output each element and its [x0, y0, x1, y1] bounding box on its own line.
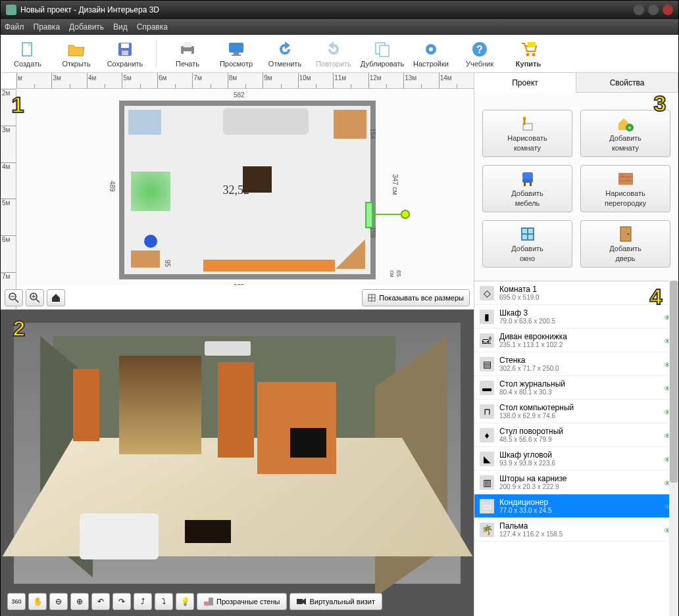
wall-icon — [204, 598, 213, 605]
obj-name: Пальма — [499, 521, 659, 531]
menu-help[interactable]: Справка — [137, 22, 168, 32]
menu-edit[interactable]: Правка — [34, 22, 61, 32]
minimize-button[interactable] — [634, 5, 644, 15]
obj-name: Стул поворотный — [499, 427, 659, 436]
ruler-tick: 10м — [298, 73, 333, 88]
open-button[interactable]: Открыть — [56, 40, 97, 68]
furn-palm[interactable] — [131, 172, 170, 211]
list-item[interactable]: 🌴Пальма127.4 x 116.2 x 158.5👁 — [474, 518, 678, 542]
obj-icon: 🛋 — [480, 333, 494, 348]
list-item[interactable]: ♦Стул поворотный48.5 x 56.6 x 79.9👁 — [474, 423, 678, 447]
show-dims-button[interactable]: Показывать все размеры — [362, 289, 470, 306]
rot-right-button[interactable]: ↷ — [113, 593, 131, 610]
virtual-visit-button[interactable]: Виртуальный визит — [289, 593, 382, 610]
obj-name: Стол компьютерный — [499, 403, 659, 412]
room-outline[interactable]: 32,52 — [119, 101, 376, 279]
action-label2: мебель — [515, 199, 540, 207]
help-button[interactable]: ?Учебник — [459, 40, 500, 68]
home-button[interactable] — [47, 289, 65, 306]
rotate-handle[interactable] — [401, 210, 410, 219]
action-add-room[interactable]: +Добавитькомнату — [580, 110, 670, 157]
action-door[interactable]: Добавитьдверь — [580, 220, 670, 268]
settings-button[interactable]: Настройки — [411, 40, 451, 68]
zoom-out-button[interactable] — [5, 289, 23, 306]
view-3d[interactable]: 2 — [1, 310, 474, 616]
svg-line-20 — [15, 299, 18, 302]
buy-button[interactable]: Купить — [508, 40, 549, 68]
tilt-up-button[interactable]: ⤴ — [134, 593, 152, 610]
obj-icon: 🌴 — [480, 523, 494, 537]
dim-segD: 95 — [164, 260, 171, 267]
action-draw-room[interactable]: Нарисоватькомнату — [482, 110, 572, 157]
list-item[interactable]: ▬Стол журнальный80.4 x 80.1 x 30.3👁 — [474, 376, 678, 400]
tilt-down-button[interactable]: ⤵ — [155, 593, 173, 610]
scrollbar[interactable] — [669, 281, 678, 616]
transparent-walls-button[interactable]: Прозрачные стены — [197, 593, 287, 610]
svg-point-17 — [532, 53, 536, 56]
canvas-2d[interactable]: 32,52 — [16, 89, 474, 285]
pan-button[interactable]: ✋ — [28, 593, 47, 610]
obj-name: Стенка — [499, 356, 659, 365]
list-item[interactable]: ◣Шкаф угловой93.9 x 93.8 x 223.6👁 — [474, 447, 678, 471]
furn-wallunit[interactable] — [203, 260, 335, 272]
print-button[interactable]: Печать — [167, 40, 208, 68]
maximize-button[interactable] — [648, 5, 659, 15]
furn-table[interactable] — [243, 166, 272, 193]
new-button[interactable]: Создать — [7, 40, 48, 68]
save-button[interactable]: Сохранить — [105, 40, 145, 68]
scroll-thumb[interactable] — [670, 281, 678, 483]
light-button[interactable]: 💡 — [176, 593, 194, 610]
rotate360-button[interactable]: 360 — [7, 593, 26, 610]
badge-4: 4 — [643, 283, 669, 310]
list-item[interactable]: ⊓Стол компьютерный138.0 x 62.9 x 74.6👁 — [474, 400, 678, 423]
draw-room-icon — [518, 115, 537, 132]
furn-corner[interactable] — [336, 239, 365, 269]
menu-add[interactable]: Добавить — [69, 22, 104, 32]
action-window[interactable]: Добавитьокно — [482, 220, 572, 268]
undo-button[interactable]: Отменить — [264, 40, 305, 68]
zoom-out-3d-button[interactable]: ⊖ — [49, 593, 68, 610]
plan-2d-area[interactable]: м3м4м5м6м7м8м9м10м11м12м13м14м 2м3м4м5м6… — [1, 73, 474, 310]
furn-wardrobe[interactable] — [128, 110, 161, 135]
list-item[interactable]: ▭Кондиционер77.0 x 33.0 x 24.5👁 — [474, 494, 678, 518]
dup-button[interactable]: Дублировать — [362, 40, 403, 68]
obj-info: Стул поворотный48.5 x 56.6 x 79.9 — [499, 427, 659, 443]
svg-point-48 — [627, 233, 629, 235]
tab-properties[interactable]: Свойства — [576, 73, 678, 92]
controls-3d: 360 ✋ ⊖ ⊕ ↶ ↷ ⤴ ⤵ 💡 Прозрачные стены — [7, 593, 382, 610]
furn-ac-selected[interactable] — [365, 202, 373, 228]
redo-button[interactable]: Повторить — [313, 40, 354, 68]
action-label2: комнату — [514, 144, 541, 152]
obj-name: Диван еврокнижка — [499, 332, 659, 341]
help-icon: ? — [470, 40, 490, 59]
rot-left-button[interactable]: ↶ — [91, 593, 110, 610]
action-wall[interactable]: Нарисоватьперегородку — [580, 165, 670, 212]
menu-file[interactable]: Файл — [5, 22, 24, 32]
action-chair[interactable]: Добавитьмебель — [482, 165, 572, 212]
furn-sofa[interactable] — [223, 108, 309, 135]
preview-button[interactable]: Просмотр — [216, 40, 257, 68]
obj-name: Шторы на карнизе — [499, 474, 659, 483]
dim-segB: 159 — [369, 227, 376, 238]
furn-wardrobe2[interactable] — [334, 110, 366, 139]
close-button[interactable] — [663, 5, 673, 15]
list-item[interactable]: ▥Шторы на карнизе200.9 x 20.3 x 222.9👁 — [474, 471, 678, 494]
obj-name: Кондиционер — [499, 498, 659, 507]
object-list[interactable]: ◇Комната 1695.0 x 519.0▮Шкаф 379.0 x 63.… — [474, 281, 678, 616]
furn-chair[interactable] — [144, 235, 157, 248]
zoom-in-3d-button[interactable]: ⊕ — [70, 593, 89, 610]
obj-icon: ◇ — [480, 286, 494, 300]
furn-desk[interactable] — [131, 250, 160, 268]
add-room-icon: + — [616, 115, 635, 132]
ruler-vertical: 2м3м4м5м6м7м — [1, 89, 16, 309]
list-item[interactable]: 🛋Диван еврокнижка235.1 x 113.1 x 102.2👁 — [474, 329, 678, 352]
ruler-horizontal: м3м4м5м6м7м8м9м10м11м12м13м14м — [16, 73, 474, 89]
scene-3d[interactable] — [14, 323, 461, 584]
svg-rect-30 — [209, 598, 213, 605]
menu-view[interactable]: Вид — [113, 22, 128, 32]
tab-project[interactable]: Проект — [474, 73, 576, 93]
svg-point-13 — [429, 47, 433, 51]
zoom-in-button[interactable] — [26, 289, 44, 306]
svg-rect-37 — [524, 183, 526, 186]
list-item[interactable]: ▤Стенка302.6 x 71.7 x 250.0👁 — [474, 352, 678, 376]
